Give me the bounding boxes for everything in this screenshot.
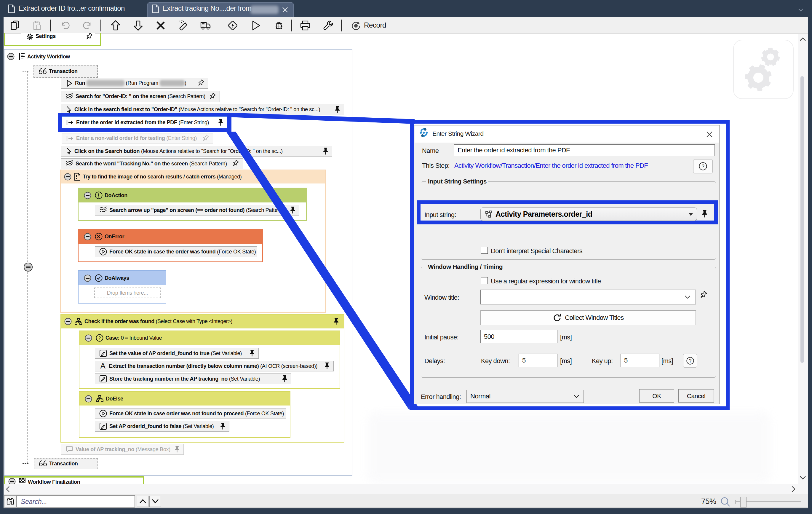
svg-text:?: ? [98, 335, 101, 340]
svg-text:A: A [100, 362, 106, 370]
svg-text:?: ? [689, 358, 691, 363]
svg-text:?: ? [702, 164, 704, 169]
